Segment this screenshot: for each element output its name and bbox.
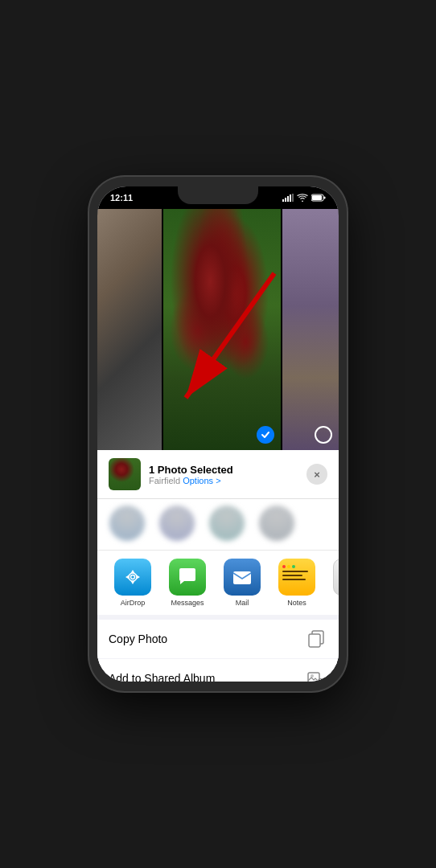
notes-dot-row	[282, 565, 311, 568]
contact-item-4[interactable]	[255, 506, 298, 543]
contact-avatar-2	[159, 506, 195, 541]
notes-dot-green	[292, 565, 295, 568]
share-sheet: 1 Photo Selected Fairfield Options > ×	[97, 450, 339, 682]
contacts-row	[97, 499, 339, 551]
contact-avatar-1	[109, 506, 145, 541]
airdrop-icon	[114, 559, 151, 596]
svg-rect-12	[233, 571, 251, 584]
svg-rect-2	[287, 196, 289, 202]
action-rows: Copy Photo Add to Shared Album	[97, 615, 339, 682]
photo-selected-check	[257, 426, 274, 444]
contact-avatar-4	[259, 506, 294, 541]
svg-rect-4	[292, 194, 294, 202]
svg-rect-17	[309, 634, 320, 647]
app-item-mail[interactable]: Mail	[215, 559, 269, 607]
wifi-icon	[297, 194, 308, 202]
signal-icon	[282, 194, 294, 202]
phone-notch	[178, 186, 258, 204]
app-item-airdrop[interactable]: AirDrop	[105, 559, 160, 607]
copy-icon	[305, 628, 327, 650]
messages-icon	[169, 559, 206, 596]
share-title-group: 1 Photo Selected Fairfield Options >	[149, 464, 298, 485]
svg-rect-6	[324, 197, 326, 199]
mail-label: Mail	[236, 599, 249, 607]
svg-rect-7	[312, 195, 322, 200]
apps-row: AirDrop Messages	[97, 551, 339, 615]
contact-avatar-3	[209, 506, 245, 541]
airdrop-label: AirDrop	[121, 599, 146, 607]
photo-left-image	[97, 209, 162, 450]
photo-right[interactable]	[282, 209, 339, 450]
add-shared-album-label: Add to Shared Album	[109, 672, 215, 682]
share-title: 1 Photo Selected	[149, 464, 298, 476]
share-options-link[interactable]: Options >	[183, 476, 220, 485]
app-item-notes[interactable]: Notes	[269, 559, 324, 607]
share-location: Fairfield	[149, 476, 180, 485]
photo-right-image	[282, 209, 339, 450]
photo-select-circle	[315, 426, 332, 444]
svg-point-11	[131, 575, 135, 579]
contact-item[interactable]	[105, 506, 149, 543]
svg-rect-1	[285, 198, 286, 202]
app-item-messages[interactable]: Messages	[160, 559, 215, 607]
photo-center[interactable]	[163, 209, 281, 450]
svg-point-10	[129, 573, 137, 581]
add-shared-album-row[interactable]: Add to Shared Album	[97, 659, 339, 682]
svg-rect-0	[282, 199, 284, 202]
battery-icon	[311, 194, 326, 202]
photo-strip	[97, 209, 339, 450]
notes-dot-red	[282, 565, 286, 568]
phone-device: 12:11	[89, 177, 347, 691]
notes-icon	[278, 559, 315, 596]
svg-point-22	[311, 674, 314, 678]
copy-photo-label: Copy Photo	[109, 633, 167, 645]
copy-photo-row[interactable]: Copy Photo	[97, 620, 339, 658]
notes-dot-yellow	[287, 565, 290, 568]
status-icons	[282, 194, 326, 202]
status-time: 12:11	[110, 193, 133, 203]
messages-label: Messages	[171, 599, 204, 607]
notes-label: Notes	[287, 599, 306, 607]
notes-line-1	[282, 571, 308, 572]
share-subtitle: Fairfield Options >	[149, 476, 298, 485]
notes-line-2	[282, 575, 302, 576]
svg-point-19	[317, 678, 325, 682]
phone-screen: 12:11	[97, 186, 339, 682]
contact-item-2[interactable]	[155, 506, 199, 543]
svg-rect-3	[290, 194, 291, 202]
app-item-more[interactable]: Re...	[324, 559, 339, 607]
contact-item-3[interactable]	[205, 506, 249, 543]
photo-center-image	[163, 209, 281, 450]
share-close-button[interactable]: ×	[306, 464, 327, 485]
notes-lines	[278, 559, 315, 596]
close-icon: ×	[314, 469, 320, 481]
notes-line-3	[282, 579, 306, 580]
share-header: 1 Photo Selected Fairfield Options > ×	[97, 450, 339, 499]
photos-area	[97, 209, 339, 450]
photo-left[interactable]	[97, 209, 162, 450]
share-thumbnail-image	[109, 458, 141, 490]
album-icon	[305, 667, 327, 682]
more-icon	[333, 559, 339, 596]
share-thumbnail	[109, 458, 141, 490]
mail-icon	[224, 559, 261, 596]
